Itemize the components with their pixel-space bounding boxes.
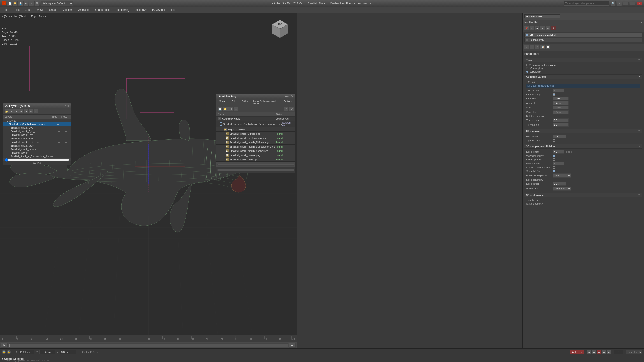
layers-more1-btn[interactable]: ⟳ bbox=[29, 109, 34, 114]
play-prev-frame-btn[interactable]: ◀ bbox=[592, 350, 596, 354]
menu-group[interactable]: Group bbox=[22, 7, 34, 12]
tight-bounds-checkbox1[interactable] bbox=[553, 139, 555, 142]
play-prev-btn[interactable]: |◀ bbox=[587, 350, 592, 354]
view-dependent-checkbox[interactable] bbox=[553, 155, 555, 157]
texmap-min-input[interactable] bbox=[553, 118, 568, 122]
radio-2d-mapping[interactable]: 2D mapping (landscape) bbox=[526, 64, 640, 66]
menu-maxscript[interactable]: MAXScript bbox=[150, 7, 167, 12]
layers-new-btn[interactable]: + bbox=[14, 109, 19, 114]
vector-disp-select[interactable]: Disabled Tangent Object bbox=[553, 187, 571, 191]
asset-row-mouth-diffuse[interactable]: 🖼 Smalltail_shark_mouth_Diffuse.png Foun… bbox=[216, 140, 295, 145]
perf-section-header[interactable]: 3D performance ▼ bbox=[524, 193, 642, 197]
layer-item-eye-c[interactable]: Smalltail_shark_Eye_C — — bbox=[4, 133, 71, 137]
resolution-input[interactable] bbox=[553, 135, 566, 138]
undo-btn[interactable]: ↩ bbox=[24, 1, 28, 6]
move-down-icon[interactable]: ↓ bbox=[529, 45, 534, 50]
selection-dropdown[interactable]: Selected bbox=[626, 350, 642, 354]
asset-tool-3[interactable]: ⊞ bbox=[228, 106, 233, 111]
classic-catmull-checkbox[interactable] bbox=[553, 166, 555, 169]
search-icon[interactable]: 🔍 bbox=[610, 1, 616, 6]
subdiv-section-header[interactable]: 3D mapping/subdivision ▼ bbox=[524, 144, 642, 149]
show-result-btn[interactable]: ✦ bbox=[540, 26, 545, 31]
menu-help[interactable]: Help bbox=[168, 7, 178, 12]
redo-btn[interactable]: ↪ bbox=[29, 1, 34, 6]
layers-hide-btn[interactable]: 👁 bbox=[19, 109, 24, 114]
layers-more2-btn[interactable]: ⇄ bbox=[34, 109, 38, 114]
layer-item-eye-o[interactable]: Smalltail_shark_Eye_O — — bbox=[4, 137, 71, 140]
asset-menu-bitmap[interactable]: Bitmap Performance and Memory bbox=[252, 99, 280, 105]
asset-menu-options[interactable]: Options bbox=[282, 99, 294, 105]
modifier-vray-disp[interactable]: VRayDisplacementMod bbox=[524, 33, 642, 37]
asset-menu-paths[interactable]: Paths bbox=[240, 99, 249, 105]
asset-tool-1[interactable]: 🔄 bbox=[218, 106, 222, 111]
keep-continuity-checkbox[interactable] bbox=[553, 179, 555, 181]
menu-views[interactable]: Views bbox=[35, 7, 46, 12]
layer-item-eye-r[interactable]: Smalltail_shark_Eye_R — — bbox=[4, 126, 71, 129]
layers-title-bar[interactable]: 🗂 Layer: 0 (default) ? ✕ bbox=[4, 103, 71, 108]
asset-tool-4[interactable]: ☰ bbox=[234, 106, 238, 111]
asset-row-normal[interactable]: 🖼 Smalltail_shark_normal.png Found bbox=[216, 153, 295, 157]
modifier-editable-poly[interactable]: Editable Poly bbox=[524, 38, 642, 42]
layer-item-smalltail[interactable]: ✓ Smalltail_or_Carcharhinus_Porosus — bbox=[4, 122, 71, 126]
menu-animation[interactable]: Animation bbox=[76, 7, 92, 12]
relative-bbox-checkbox[interactable] bbox=[553, 115, 555, 117]
show-in-viewport-btn[interactable]: 🔲 bbox=[535, 26, 540, 31]
asset-row-diffuse[interactable]: 🖼 Smalltail_shark_Diffuse.png Found bbox=[216, 132, 295, 136]
radio-3d-mapping[interactable]: 3D mapping bbox=[526, 67, 640, 70]
remove-modifier-btn[interactable]: 🗑 bbox=[551, 26, 556, 31]
layer-item-eye-l[interactable]: Smalltail_shark_Eye_L — — bbox=[4, 129, 71, 133]
asset-row-displacement[interactable]: 🖼 Smalltail_shark_displacement.png Found bbox=[216, 136, 295, 140]
preserve-map-bnd-select[interactable]: Interr None bbox=[553, 173, 571, 178]
smooth-uvs-checkbox[interactable] bbox=[553, 170, 555, 172]
menu-create[interactable]: Create bbox=[47, 7, 60, 12]
help-icon[interactable]: ? bbox=[617, 1, 622, 6]
layer-item-teeth[interactable]: Smalltail_shark_teeth — — bbox=[4, 144, 71, 147]
static-geometry-checkbox[interactable] bbox=[553, 203, 555, 205]
asset-horiz-scrollbar[interactable] bbox=[218, 169, 294, 171]
layer-item-fullname[interactable]: Smalltail_Shark_or_Carcharhinus_Porosus … bbox=[4, 155, 71, 158]
layer-item-mouth[interactable]: Smalltail_shark_mouth — — bbox=[4, 147, 71, 151]
copy-icon[interactable]: 📋 bbox=[540, 45, 545, 50]
3d-mapping-header[interactable]: 3D mapping ▼ bbox=[524, 129, 642, 133]
asset-minimize-btn[interactable]: — bbox=[285, 95, 288, 98]
edge-length-input[interactable] bbox=[553, 150, 564, 154]
menu-edit[interactable]: Edit bbox=[1, 7, 10, 12]
pin-stack-btn[interactable]: 📌 bbox=[524, 26, 529, 31]
open-btn[interactable]: 📂 bbox=[13, 1, 18, 6]
new-btn[interactable]: 📄 bbox=[7, 1, 12, 6]
asset-row-mouth-disp[interactable]: 🖼 Smalltail_shark_mouth_displacement.png… bbox=[216, 145, 295, 149]
go-end-btn[interactable]: ▶| bbox=[289, 343, 296, 348]
navigation-cube[interactable]: TOP bbox=[268, 17, 291, 40]
asset-menu-server[interactable]: Server bbox=[218, 99, 228, 105]
make-unique-btn[interactable]: ⊞ bbox=[546, 26, 550, 31]
asset-tool-2[interactable]: 📁 bbox=[223, 106, 228, 111]
search-input[interactable] bbox=[564, 1, 609, 6]
layer-item-shark[interactable]: Smalltail_shark — — bbox=[4, 151, 71, 155]
move-icon[interactable]: ↑ bbox=[524, 45, 529, 50]
common-params-header[interactable]: Common params ▼ bbox=[524, 74, 642, 79]
play-btn[interactable]: ▶ bbox=[597, 350, 601, 354]
frame-number[interactable]: 0 bbox=[614, 350, 623, 354]
texmap-value[interactable]: all_shark_displacement.jpg) bbox=[526, 84, 640, 88]
configure-icon[interactable]: ⚙ bbox=[535, 45, 540, 50]
play-next-frame-btn[interactable]: ▶ bbox=[602, 350, 606, 354]
use-object-mtl-checkbox[interactable] bbox=[553, 158, 555, 161]
layers-add-btn[interactable]: 📁 bbox=[4, 109, 9, 114]
menu-tools[interactable]: Tools bbox=[11, 7, 22, 12]
asset-title-bar[interactable]: Asset Tracking — □ ✕ bbox=[216, 94, 295, 99]
radio-subdivision[interactable]: Subdivision bbox=[526, 70, 640, 73]
type-section-header[interactable]: Type ▼ bbox=[524, 58, 642, 62]
asset-row-maps[interactable]: 📁 Maps / Shaders bbox=[216, 127, 295, 132]
texture-chan-input[interactable] bbox=[553, 89, 564, 92]
y-coord-input[interactable] bbox=[39, 350, 55, 354]
show-all-btn[interactable]: 👁 bbox=[529, 26, 534, 31]
play-next-btn[interactable]: ▶| bbox=[607, 350, 611, 354]
edge-thresh-input[interactable] bbox=[553, 182, 566, 186]
menu-modifiers[interactable]: Modifiers bbox=[60, 7, 76, 12]
layers-close-btn[interactable]: ✕ bbox=[67, 105, 69, 108]
status-icon-1[interactable]: 🔒 bbox=[2, 350, 6, 354]
texmap-max-input[interactable] bbox=[553, 123, 568, 126]
asset-row-max[interactable]: M Smalltail_Shark_or_Carcharhinus_Porosu… bbox=[216, 121, 295, 127]
go-start-btn[interactable]: |◀ bbox=[1, 343, 8, 348]
paste-icon[interactable]: 📄 bbox=[546, 45, 550, 50]
